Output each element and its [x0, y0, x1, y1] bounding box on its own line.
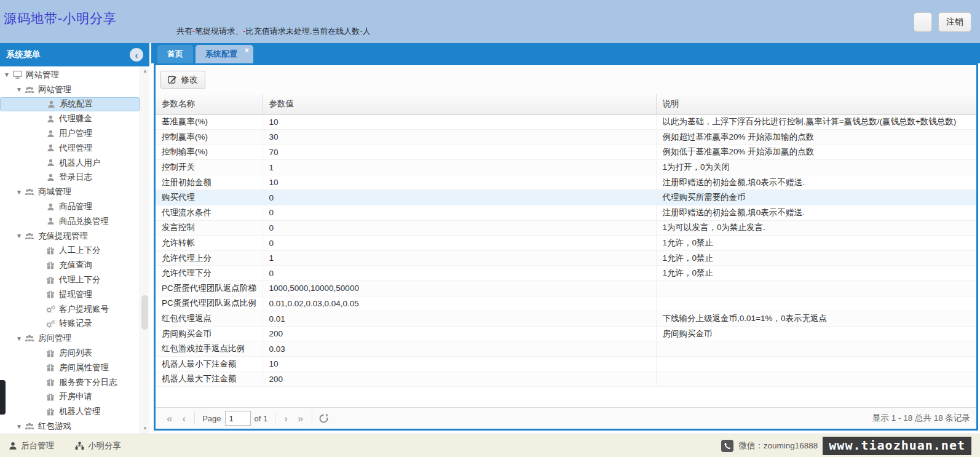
sidebar-item-房间属性管理[interactable]: 房间属性管理 — [0, 360, 140, 375]
param-value-cell: 30 — [263, 130, 656, 145]
sidebar-item-服务费下分日志[interactable]: 服务费下分日志 — [0, 375, 140, 390]
sidebar-item-登录日志[interactable]: 登录日志 — [0, 170, 140, 185]
sidebar-scrollbar[interactable]: ▲ ▼ — [140, 66, 149, 434]
edge-drawer-handle[interactable] — [0, 380, 6, 415]
triangle-down-icon[interactable]: ▼ — [15, 189, 23, 196]
table-row[interactable]: 发言控制01为可以发言，0为禁止发言. — [156, 220, 976, 236]
page-label: Page — [202, 414, 221, 423]
table-row[interactable]: 基准赢率(%)10以此为基础，上浮下浮百分比进行控制,赢率计算=赢钱总数/(赢钱… — [156, 114, 976, 130]
scroll-down-icon[interactable]: ▼ — [140, 424, 149, 434]
sidebar-item-系统配置[interactable]: 系统配置 — [0, 97, 140, 112]
table-row[interactable]: 红包游戏拉手返点比例0.03 — [156, 341, 976, 357]
edit-icon — [168, 75, 177, 84]
param-desc-cell: 注册即赠送的初始金额,填0表示不赠送. — [656, 175, 976, 190]
sidebar-item-label: 人工上下分 — [57, 245, 101, 256]
triangle-down-icon[interactable]: ▼ — [15, 86, 23, 93]
first-page-button[interactable]: « — [162, 413, 177, 424]
header-square-button[interactable] — [914, 12, 932, 32]
sidebar-item-代理赚金[interactable]: 代理赚金 — [0, 111, 140, 126]
table-row[interactable]: 房间购买金币200房间购买金币 — [156, 326, 976, 341]
tab-label: 系统配置 — [205, 49, 237, 60]
triangle-down-icon[interactable]: ▼ — [15, 232, 23, 239]
gears-icon — [44, 320, 57, 328]
sidebar-item-人工上下分[interactable]: 人工上下分 — [0, 244, 140, 258]
sidebar-item-红包游戏[interactable]: ▼红包游戏 — [0, 419, 140, 434]
sidebar-item-充值查询[interactable]: 充值查询 — [0, 258, 140, 272]
sidebar-item-用户管理[interactable]: 用户管理 — [0, 126, 140, 141]
last-page-button[interactable]: » — [293, 413, 308, 424]
table-row[interactable]: 红包代理返点0.01下线输分上级返金币,0.01=1%，0表示无返点 — [156, 311, 976, 327]
users-icon — [23, 232, 36, 240]
sidebar-item-开房申请[interactable]: 开房申请 — [0, 390, 140, 405]
sidebar-item-转账记录[interactable]: 转账记录 — [0, 317, 140, 332]
status-line: 共有-笔提现请求、-比充值请求未处理.当前在线人数-人 — [176, 26, 371, 37]
sidebar-item-label: 服务费下分日志 — [57, 377, 117, 388]
triangle-down-icon[interactable]: ▼ — [15, 335, 23, 342]
sidebar-item-房间列表[interactable]: 房间列表 — [0, 346, 140, 360]
column-header-参数值[interactable]: 参数值 — [263, 94, 656, 114]
edit-button[interactable]: 修改 — [160, 71, 205, 89]
table-row[interactable]: PC蛋蛋代理团队返点比例0.01,0.02,0.03,0.04,0.05 — [156, 296, 976, 311]
table-row[interactable]: 注册初始金额10注册即赠送的初始金额,填0表示不赠送. — [156, 175, 976, 190]
page-number-input[interactable] — [225, 411, 251, 426]
param-value-cell: 0.01 — [263, 311, 656, 327]
sidebar-collapse-button[interactable]: ‹ — [130, 48, 143, 62]
user-icon — [44, 115, 57, 123]
users-icon — [23, 423, 36, 430]
scroll-up-icon[interactable]: ▲ — [140, 66, 149, 76]
refresh-button[interactable] — [318, 413, 329, 424]
footer-share-label: 小明分享 — [88, 440, 121, 451]
tab-系统配置[interactable]: 系统配置× — [196, 45, 253, 63]
sidebar-item-网站管理[interactable]: ▼网站管理 — [0, 82, 140, 97]
sidebar-item-商城管理[interactable]: ▼商城管理 — [0, 185, 140, 199]
sidebar-title: 系统菜单 — [6, 49, 41, 60]
footer-share[interactable]: 小明分享 — [75, 440, 121, 451]
table-row[interactable]: 代理流水条件0注册即赠送的初始金额,填0表示不赠送. — [156, 205, 976, 221]
table-row[interactable]: PC蛋蛋代理团队返点阶梯1000,5000,10000,50000 — [156, 281, 976, 296]
table-row[interactable]: 机器人最大下注金额200 — [156, 372, 976, 387]
param-name-cell: 发言控制 — [156, 220, 263, 236]
gift-icon — [44, 378, 57, 386]
sidebar-item-label: 机器人用户 — [57, 157, 101, 169]
param-value-cell: 0.03 — [263, 341, 656, 357]
column-header-参数名称[interactable]: 参数名称 — [156, 94, 263, 114]
sidebar-item-代理管理[interactable]: 代理管理 — [0, 141, 140, 156]
param-desc-cell: 1为打开，0为关闭 — [656, 160, 976, 175]
app-window: 源码地带-小明分享 共有-笔提现请求、-比充值请求未处理.当前在线人数-人 注销… — [0, 0, 980, 457]
tab-首页[interactable]: 首页 — [157, 45, 193, 63]
param-name-cell: 红包代理返点 — [156, 311, 263, 327]
prev-page-button[interactable]: ‹ — [177, 413, 191, 424]
next-page-button[interactable]: › — [279, 413, 293, 424]
table-row[interactable]: 机器人最小下注金额10 — [156, 357, 976, 372]
gift-icon — [44, 408, 57, 416]
triangle-down-icon[interactable]: ▼ — [15, 423, 23, 430]
table-row[interactable]: 允许代理上分11允许，0禁止 — [156, 250, 976, 266]
sidebar-tree: ▼网站管理▼网站管理系统配置代理赚金用户管理代理管理机器人用户登录日志▼商城管理… — [0, 68, 140, 434]
sidebar-item-机器人用户[interactable]: 机器人用户 — [0, 156, 140, 170]
logout-button[interactable]: 注销 — [938, 12, 971, 32]
table-row[interactable]: 控制输率(%)70例如低于基准赢率20% 开始添加赢的点数 — [156, 145, 976, 160]
sidebar-item-提现管理[interactable]: 提现管理 — [0, 287, 140, 302]
table-row[interactable]: 控制开关11为打开，0为关闭 — [156, 160, 976, 175]
tab-close-icon[interactable]: × — [245, 46, 249, 55]
scrollbar-thumb[interactable] — [141, 295, 148, 330]
gift-icon — [44, 393, 57, 401]
param-desc-cell: 代理购买所需要的金币 — [656, 190, 976, 205]
sidebar-item-机器人管理[interactable]: 机器人管理 — [0, 404, 140, 419]
sidebar-item-网站管理[interactable]: ▼网站管理 — [0, 68, 140, 82]
sidebar-item-label: 代理管理 — [57, 143, 92, 154]
table-row[interactable]: 允许转帐01允许，0禁止 — [156, 236, 976, 251]
table-row[interactable]: 允许代理下分01允许，0禁止 — [156, 266, 976, 281]
column-header-说明[interactable]: 说明 — [656, 94, 976, 114]
sidebar-item-商品管理[interactable]: 商品管理 — [0, 199, 140, 214]
sidebar-item-房间管理[interactable]: ▼房间管理 — [0, 331, 140, 346]
footer-admin[interactable]: 后台管理 — [9, 440, 54, 451]
table-row[interactable]: 购买代理0代理购买所需要的金币 — [156, 190, 976, 205]
sidebar-item-代理上下分[interactable]: 代理上下分 — [0, 272, 140, 287]
sidebar-item-充值提现管理[interactable]: ▼充值提现管理 — [0, 229, 140, 244]
table-row[interactable]: 控制赢率(%)30例如超过基准赢率20% 开始添加输的点数 — [156, 130, 976, 145]
sidebar-item-客户提现账号[interactable]: 客户提现账号 — [0, 302, 140, 317]
sidebar-item-商品兑换管理[interactable]: 商品兑换管理 — [0, 214, 140, 229]
param-desc-cell: 例如超过基准赢率20% 开始添加输的点数 — [656, 130, 976, 145]
triangle-down-icon[interactable]: ▼ — [2, 71, 11, 78]
